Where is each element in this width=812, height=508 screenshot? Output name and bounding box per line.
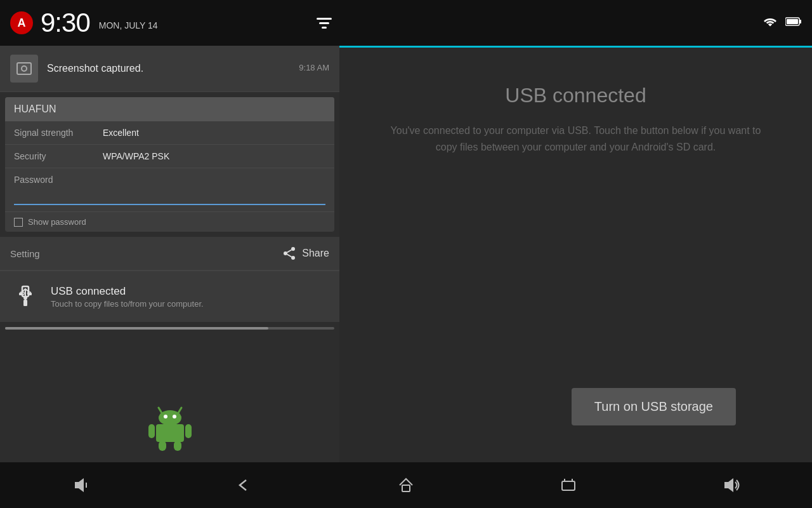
svg-point-9 bbox=[291, 247, 295, 251]
volume-down-button[interactable] bbox=[0, 462, 162, 508]
svg-point-26 bbox=[173, 415, 176, 418]
wifi-panel: HUAFUN Signal strength Excellent Securit… bbox=[5, 97, 334, 232]
svg-marker-32 bbox=[75, 478, 84, 492]
svg-rect-30 bbox=[159, 441, 166, 451]
svg-point-11 bbox=[291, 256, 295, 260]
back-button[interactable] bbox=[162, 462, 325, 508]
svg-point-25 bbox=[164, 415, 167, 418]
svg-rect-4 bbox=[799, 20, 801, 23]
setting-share-row: Setting Share bbox=[0, 237, 339, 271]
usb-description: You've connected to your computer via US… bbox=[379, 123, 773, 155]
svg-rect-2 bbox=[322, 27, 327, 29]
volume-up-button[interactable] bbox=[650, 462, 812, 508]
wifi-security-row: Security WPA/WPA2 PSK bbox=[5, 145, 334, 168]
usb-notification-text: USB connected Touch to copy files to/fro… bbox=[51, 285, 204, 309]
turn-on-usb-storage-button[interactable]: Turn on USB storage bbox=[572, 388, 736, 425]
svg-rect-29 bbox=[185, 424, 192, 438]
svg-point-10 bbox=[284, 251, 287, 255]
wifi-security-label: Security bbox=[14, 151, 103, 161]
share-icon bbox=[282, 246, 297, 261]
wifi-security-value: WPA/WPA2 PSK bbox=[103, 151, 169, 161]
battery-icon bbox=[785, 17, 802, 29]
share-button[interactable]: Share bbox=[282, 246, 329, 261]
cyan-accent-line bbox=[339, 46, 812, 48]
svg-rect-35 bbox=[562, 481, 575, 490]
setting-label: Setting bbox=[10, 248, 40, 259]
wifi-show-password-checkbox[interactable] bbox=[14, 218, 23, 227]
recents-button[interactable] bbox=[487, 462, 650, 508]
scroll-indicator bbox=[5, 327, 334, 330]
wifi-icon bbox=[763, 16, 778, 30]
svg-line-12 bbox=[287, 255, 292, 257]
svg-rect-31 bbox=[174, 441, 181, 451]
android-robot-left bbox=[145, 403, 195, 456]
screenshot-notification-text: 9:18 AM Screenshot captured. bbox=[47, 63, 329, 74]
svg-point-8 bbox=[22, 67, 26, 70]
svg-line-13 bbox=[287, 250, 292, 253]
usb-connected-title: USB connected bbox=[505, 84, 646, 107]
usb-notification[interactable]: USB connected Touch to copy files to/fro… bbox=[0, 271, 339, 322]
usb-notification-title: USB connected bbox=[51, 285, 204, 298]
wifi-network-name: HUAFUN bbox=[5, 97, 334, 121]
status-icons bbox=[763, 16, 802, 30]
navigation-bar bbox=[0, 462, 812, 508]
wifi-password-input[interactable] bbox=[14, 189, 325, 205]
status-bar: A 9:30 MON, JULY 14 bbox=[0, 0, 812, 46]
svg-rect-0 bbox=[317, 18, 332, 20]
svg-rect-1 bbox=[319, 22, 329, 24]
svg-rect-27 bbox=[156, 424, 184, 442]
svg-rect-34 bbox=[402, 485, 410, 491]
clock-time: 9:30 bbox=[41, 8, 90, 38]
home-button[interactable] bbox=[325, 462, 487, 508]
wifi-show-password-label: Show password bbox=[28, 217, 86, 227]
wifi-show-password-row: Show password bbox=[5, 212, 334, 232]
svg-point-21 bbox=[24, 300, 27, 304]
svg-rect-5 bbox=[787, 19, 798, 24]
screenshot-time: 9:18 AM bbox=[299, 63, 329, 72]
svg-marker-38 bbox=[724, 478, 733, 492]
app-logo: A bbox=[10, 11, 33, 34]
wifi-password-label: Password bbox=[14, 175, 325, 185]
usb-notification-subtitle: Touch to copy files to/from your compute… bbox=[51, 299, 204, 309]
share-label: Share bbox=[302, 248, 329, 259]
svg-point-24 bbox=[159, 410, 181, 425]
screenshot-title: Screenshot captured. bbox=[47, 63, 329, 74]
wifi-signal-label: Signal strength bbox=[14, 128, 103, 138]
screenshot-icon bbox=[10, 55, 38, 83]
notification-panel: 9:18 AM Screenshot captured. HUAFUN Sign… bbox=[0, 46, 339, 462]
screenshot-notification[interactable]: 9:18 AM Screenshot captured. bbox=[0, 46, 339, 92]
usb-icon bbox=[10, 281, 41, 312]
sort-icon[interactable] bbox=[315, 14, 333, 34]
svg-rect-28 bbox=[148, 424, 155, 438]
wifi-password-row: Password bbox=[5, 168, 334, 212]
wifi-signal-value: Excellent bbox=[103, 128, 139, 138]
scroll-thumb bbox=[5, 327, 268, 330]
clock-date: MON, JULY 14 bbox=[99, 20, 158, 30]
wifi-signal-row: Signal strength Excellent bbox=[5, 121, 334, 145]
